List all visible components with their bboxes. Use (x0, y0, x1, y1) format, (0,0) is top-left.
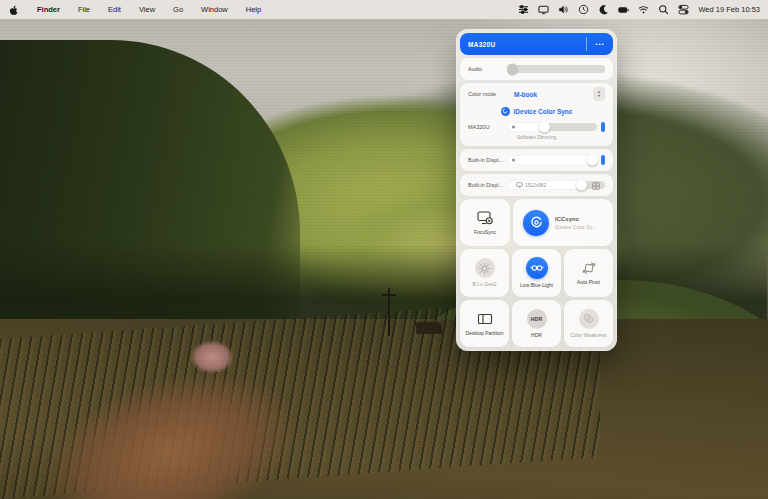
menu-file[interactable]: File (69, 5, 99, 14)
clock-icon[interactable] (578, 4, 589, 15)
audio-slider-handle[interactable] (507, 64, 518, 75)
resolution-value: 1512x982 (525, 183, 546, 188)
color-mode-value[interactable]: M-book (508, 91, 593, 98)
color-weakness-icon (579, 309, 599, 329)
wallpaper-grain (0, 0, 768, 499)
panel-header: MA320U ••• (460, 33, 613, 55)
brightness-min-icon (512, 159, 515, 162)
desktop-partition-label: Desktop Partition (465, 330, 503, 336)
iccsync-sublabel: iDevice Color Sy... (555, 224, 596, 230)
builtin-brightness-slider[interactable] (508, 156, 597, 164)
builtin-resolution-handle[interactable] (576, 180, 587, 191)
ma320u-slider-label: MA320U (468, 124, 508, 130)
software-dimming-caption: Software Dimming (460, 135, 613, 144)
iccsync-button[interactable]: ICCsync iDevice Color Sy... (513, 199, 613, 246)
ma320u-brightness-slider[interactable] (508, 123, 597, 131)
feature-grid-row-3: Desktop Partition HDR HDR Color Weakness (460, 300, 613, 347)
display-icon[interactable] (538, 4, 549, 15)
iccsync-icon (523, 210, 549, 236)
resolution-readout: 1512x982 (516, 182, 546, 188)
ddc-indicator-icon (601, 122, 605, 132)
mini-display-icon (516, 182, 523, 188)
hdr-button[interactable]: HDR HDR (512, 300, 561, 347)
hdr-badge-text: HDR (531, 316, 542, 322)
focusync-label: FocuSync (474, 229, 496, 235)
iccsync-label: ICCsync (555, 216, 596, 222)
idevice-color-sync-label: iDevice Color Sync (514, 108, 573, 115)
hdr-icon: HDR (527, 309, 547, 329)
focusync-icon (476, 210, 494, 226)
search-icon[interactable] (658, 4, 669, 15)
apple-menu-icon[interactable] (8, 4, 19, 15)
menu-edit[interactable]: Edit (99, 5, 130, 14)
desktop-partition-icon (476, 311, 494, 327)
sliders-icon[interactable] (518, 4, 529, 15)
builtin-resolution-slider[interactable]: 1512x982 (508, 181, 605, 189)
more-options-button[interactable]: ••• (587, 41, 613, 47)
auto-pivot-icon (580, 260, 598, 276)
auto-pivot-label: Auto Pivot (577, 279, 600, 285)
feature-grid-row-2: B.I.+ Gen2 Low Blue Light Auto Pivot (460, 249, 613, 296)
ma320u-slider-handle[interactable] (539, 122, 550, 133)
battery-icon[interactable] (618, 4, 629, 15)
panel-title: MA320U (460, 41, 586, 48)
resolution-grid-icon[interactable] (592, 176, 600, 194)
color-weakness-button[interactable]: Color Weakness (564, 300, 613, 347)
auto-pivot-button[interactable]: Auto Pivot (564, 249, 613, 296)
color-mode-stepper[interactable]: ▲ ▼ (593, 87, 605, 101)
bi-gen2-icon (475, 258, 495, 278)
hdr-label: HDR (531, 332, 542, 338)
bi-gen2-label: B.I.+ Gen2 (472, 281, 496, 287)
builtin-brightness-label: Built-in Displ... (468, 157, 508, 163)
color-mode-label: Color mode (468, 91, 508, 97)
bi-gen2-button[interactable]: B.I.+ Gen2 (460, 249, 509, 296)
menu-go[interactable]: Go (164, 5, 192, 14)
menu-help[interactable]: Help (237, 5, 270, 14)
builtin-brightness-fill (508, 156, 593, 164)
desktop-wallpaper (0, 0, 768, 499)
low-blue-light-icon (526, 257, 548, 279)
builtin-brightness-handle[interactable] (587, 155, 598, 166)
volume-icon[interactable] (558, 4, 569, 15)
display-control-panel: MA320U ••• Audio Color mode M-book ▲ ▼ i… (456, 29, 617, 351)
ddc-indicator-icon (601, 155, 605, 165)
audio-slider[interactable] (508, 65, 605, 73)
color-mode-card: Color mode M-book ▲ ▼ iDevice Color Sync… (460, 83, 613, 146)
color-weakness-label: Color Weakness (570, 332, 607, 338)
focusync-button[interactable]: FocuSync (460, 199, 510, 246)
chevron-down-icon: ▼ (597, 94, 601, 98)
color-sync-icon (501, 107, 510, 116)
ma320u-brightness-row: MA320U (460, 119, 613, 135)
control-center-icon[interactable] (678, 4, 689, 15)
builtin-resolution-label: Built-in Displ... (468, 182, 508, 188)
menu-view[interactable]: View (130, 5, 164, 14)
builtin-resolution-card: Built-in Displ... 1512x982 (460, 174, 613, 196)
moon-icon[interactable] (598, 4, 609, 15)
low-blue-light-button[interactable]: Low Blue Light (512, 249, 561, 296)
brightness-min-icon (512, 126, 515, 129)
menu-finder[interactable]: Finder (28, 5, 69, 14)
desktop-partition-button[interactable]: Desktop Partition (460, 300, 509, 347)
audio-card: Audio (460, 58, 613, 80)
wifi-icon[interactable] (638, 4, 649, 15)
menubar: Finder File Edit View Go Window Help (0, 0, 768, 19)
menubar-clock[interactable]: Wed 19 Feb 10:53 (698, 5, 760, 14)
builtin-brightness-card: Built-in Displ... (460, 149, 613, 171)
low-blue-light-label: Low Blue Light (520, 282, 553, 288)
feature-grid-row-1: FocuSync ICCsync iDevice Color Sy... (460, 199, 613, 246)
audio-label: Audio (468, 66, 508, 72)
color-mode-row: Color mode M-book ▲ ▼ (460, 85, 613, 103)
idevice-color-sync-link[interactable]: iDevice Color Sync (460, 103, 613, 119)
menu-window[interactable]: Window (192, 5, 237, 14)
